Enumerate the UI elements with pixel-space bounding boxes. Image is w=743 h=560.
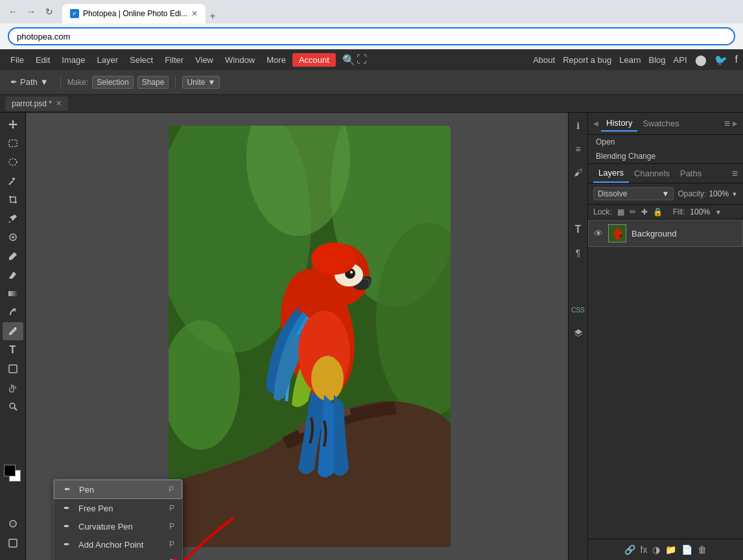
text-paragraph-icon[interactable]: ¶ [571,245,586,261]
foreground-color[interactable] [4,465,16,476]
history-item-blending[interactable]: Blending Change [588,149,743,163]
tool-heal[interactable] [3,228,23,246]
tool-selector[interactable]: ✒ Path ▼ [5,75,54,89]
tool-brush[interactable] [3,247,23,265]
lock-all-icon[interactable]: 🔒 [653,207,663,216]
menu-file[interactable]: File [5,52,29,67]
menu-select[interactable]: Select [124,52,158,67]
opacity-value[interactable]: 100% [709,189,729,198]
layer-item-background[interactable]: 👁 Background [588,220,743,247]
menu-item-free-pen[interactable]: ✒ Free Pen P [54,499,182,517]
about-link[interactable]: About [533,55,555,65]
info-icon[interactable]: ℹ [571,118,586,134]
quick-mask-button[interactable] [3,515,23,533]
delete-layer-button[interactable]: 🗑 [698,544,707,555]
twitter-icon[interactable]: 🐦 [714,54,727,66]
back-button[interactable]: ← [5,4,21,19]
menu-item-delete-anchor[interactable]: ✒ Delete Anchor Point P [54,554,182,560]
history-panel-expand[interactable]: ▶ [733,120,738,127]
tab-close-button[interactable]: ✕ [191,9,198,18]
menu-item-curvature-pen[interactable]: ✒ Curvature Pen P [54,517,182,535]
reddit-icon[interactable]: ⬤ [695,54,707,66]
layers-panel-menu[interactable]: ≡ [732,168,738,180]
link-layers-button[interactable]: 🔗 [624,544,635,555]
add-mask-button[interactable]: ◑ [652,544,660,555]
reload-button[interactable]: ↻ [41,4,57,19]
tool-zoom[interactable] [3,397,23,415]
forward-button[interactable]: → [23,4,39,19]
tool-move[interactable] [3,115,23,134]
style-icon[interactable]: 🖌 [571,165,586,180]
learn-link[interactable]: Learn [619,55,641,65]
history-item-open[interactable]: Open [588,135,743,149]
menu-window[interactable]: Window [220,52,260,67]
unite-dropdown[interactable]: Unite ▼ [182,76,220,89]
blend-mode-select[interactable]: Dissolve ▼ [593,187,674,200]
history-panel-menu[interactable]: ≡ [724,118,730,130]
tool-eraser[interactable] [3,266,23,284]
tool-hand[interactable] [3,379,23,397]
menu-filter[interactable]: Filter [159,52,189,67]
menu-more[interactable]: More [261,52,291,67]
history-panel-collapse[interactable]: ◀ [593,120,598,127]
selection-label: Selection [97,78,128,87]
tool-select-rect[interactable] [3,134,23,152]
svg-point-21 [311,356,344,401]
fill-arrow[interactable]: ▼ [715,209,722,216]
layers-tab[interactable]: Layers [593,164,629,183]
new-layer-button[interactable]: 📄 [681,544,692,555]
fill-value[interactable]: 100% [690,207,710,216]
css-icon[interactable]: CSS [571,302,586,318]
file-tab-parrot[interactable]: parrot.psd * ✕ [5,97,68,111]
new-group-button[interactable]: 📁 [665,544,676,555]
swatches-tab[interactable]: Swatches [637,116,684,131]
canvas-area[interactable]: ✒ Pen P ✒ Free Pen P ✒ Curvature Pen P ✒… [26,113,568,560]
search-icon[interactable]: 🔍 [342,54,355,66]
menu-item-pen[interactable]: ✒ Pen P [54,480,182,499]
api-link[interactable]: API [674,55,687,65]
new-tab-button[interactable]: + [206,9,219,23]
channels-tab[interactable]: Channels [629,165,675,182]
shape-dropdown[interactable]: Shape [137,76,169,89]
menu-view[interactable]: View [190,52,218,67]
add-effect-button[interactable]: fx [641,544,648,555]
screen-mode-button[interactable] [3,534,23,552]
color-pair[interactable] [4,465,22,483]
tool-text[interactable]: T [3,341,23,359]
history-tab[interactable]: History [601,115,637,132]
layer-visibility-icon[interactable]: 👁 [594,228,603,239]
address-input[interactable] [8,27,735,45]
fullscreen-icon[interactable]: ⛶ [357,54,367,65]
layer-thumbnail [608,224,626,242]
unite-arrow: ▼ [207,78,215,87]
tool-eyedropper[interactable] [3,209,23,228]
blog-link[interactable]: Blog [649,55,666,65]
opacity-label: Opacity: [678,189,706,198]
text-tool-icon[interactable]: T [571,222,586,237]
tool-select-lasso[interactable] [3,153,23,171]
menu-item-add-anchor[interactable]: ✒ Add Anchor Point P [54,535,182,554]
tool-magic-wand[interactable] [3,172,23,190]
opacity-arrow[interactable]: ▼ [731,191,738,198]
paths-tab[interactable]: Paths [675,165,707,182]
tool-shape[interactable] [3,360,23,378]
menu-image[interactable]: Image [56,52,90,67]
browser-tab[interactable]: P Photopea | Online Photo Edi... ✕ [62,4,206,23]
layers-icon-right[interactable] [571,325,586,341]
report-bug-link[interactable]: Report a bug [563,55,611,65]
selection-dropdown[interactable]: Selection [92,76,133,89]
tool-dodge[interactable] [3,303,23,321]
tool-gradient[interactable] [3,285,23,303]
lock-position-icon[interactable]: ✚ [641,207,648,216]
tool-pen[interactable] [3,322,23,340]
menu-edit[interactable]: Edit [30,52,55,67]
file-tab-close-button[interactable]: ✕ [56,99,62,108]
lock-transparent-icon[interactable]: ▦ [617,207,624,216]
facebook-icon[interactable]: f [735,54,738,65]
menu-account[interactable]: Account [292,53,336,67]
adjust-icon[interactable]: ≡ [571,141,586,157]
tool-crop[interactable] [3,191,23,209]
menu-layer[interactable]: Layer [92,52,124,67]
lock-pixels-icon[interactable]: ✏ [630,207,636,216]
svg-rect-5 [8,291,18,296]
